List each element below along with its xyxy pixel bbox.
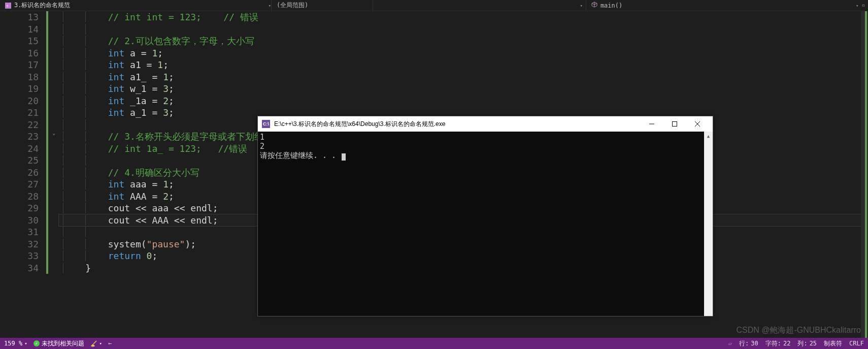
- change-marker: [46, 191, 48, 203]
- change-marker: [46, 119, 48, 131]
- cpp-file-icon: +: [5, 3, 11, 9]
- line-number-gutter: 1314151617181920212223242526272829303132…: [0, 11, 46, 338]
- zoom-level[interactable]: 159 % ▾: [4, 340, 27, 347]
- brush-tool[interactable]: ▾: [90, 340, 102, 347]
- fold-spacer: [49, 95, 59, 107]
- line-number: 16: [0, 47, 39, 59]
- line-number: 23: [0, 131, 39, 143]
- change-marker: [46, 262, 48, 274]
- change-marker: [46, 154, 48, 167]
- console-scrollbar[interactable]: ▲: [704, 132, 713, 316]
- console-line: 1: [260, 133, 711, 142]
- file-tab[interactable]: + 3.标识名的命名规范: [0, 0, 75, 11]
- line-number: 27: [0, 178, 39, 191]
- console-window: C:\ E:\c++\3.标识名的命名规范\x64\Debug\3.标识名的命名…: [257, 116, 713, 316]
- change-marker: [46, 35, 48, 47]
- function-label: main(): [600, 2, 622, 9]
- brush-icon: [90, 340, 97, 347]
- code-line[interactable]: int a1_ = 1;: [59, 71, 868, 83]
- close-button[interactable]: [686, 116, 709, 132]
- fold-spacer: [49, 202, 59, 214]
- minimize-icon: [649, 121, 654, 126]
- maximize-icon: [672, 121, 677, 126]
- fold-spacer: [49, 238, 59, 250]
- check-circle-icon: ✓: [34, 340, 40, 346]
- fold-chevron-icon[interactable]: ˅: [49, 131, 59, 143]
- line-number: 33: [0, 250, 39, 262]
- fold-spacer: [49, 167, 59, 179]
- split-editor-icon[interactable]: ▫: [861, 2, 865, 9]
- fold-spacer: [49, 119, 59, 131]
- line-number: 22: [0, 119, 39, 131]
- fold-spacer: [49, 71, 59, 83]
- change-marker: [46, 214, 48, 227]
- line-number: 26: [0, 167, 39, 179]
- change-marker: [46, 238, 48, 250]
- console-line: 请按任意键继续. . .: [260, 151, 711, 160]
- scope-dropdown[interactable]: (全局范围): [271, 0, 373, 11]
- code-line[interactable]: [59, 23, 868, 36]
- scope-dropdown-arrow[interactable]: ▾: [580, 3, 585, 8]
- change-marker: [46, 11, 48, 23]
- line-number: 20: [0, 95, 39, 107]
- overview-ruler[interactable]: [861, 11, 868, 338]
- fold-spacer: [49, 250, 59, 262]
- line-number: 14: [0, 23, 39, 36]
- maximize-button[interactable]: [663, 116, 686, 132]
- fold-spacer: [49, 143, 59, 155]
- fold-spacer: [49, 262, 59, 274]
- code-line[interactable]: int a = 1;: [59, 47, 868, 59]
- line-number: 29: [0, 202, 39, 214]
- change-marker: [46, 250, 48, 262]
- code-line[interactable]: // int int = 123; // 错误: [59, 11, 868, 23]
- change-marker: [46, 107, 48, 119]
- top-toolbar: + 3.标识名的命名规范 ▾ (全局范围) ▾ main() ▾ ▫: [0, 0, 868, 11]
- console-title: E:\c++\3.标识名的命名规范\x64\Debug\3.标识名的命名规范.e…: [274, 120, 640, 129]
- line-number: 19: [0, 83, 39, 95]
- cube-icon: [591, 2, 597, 9]
- change-marker: [46, 83, 48, 95]
- fold-column: ˅: [49, 11, 59, 338]
- line-number: 17: [0, 59, 39, 71]
- line-number: 31: [0, 226, 39, 238]
- svg-text:+: +: [6, 4, 9, 8]
- fold-spacer: [49, 47, 59, 59]
- line-number: 15: [0, 35, 39, 47]
- change-marker: [46, 202, 48, 214]
- change-marker: [46, 59, 48, 71]
- console-line: 2: [260, 142, 711, 151]
- function-dropdown-arrow[interactable]: ▾: [856, 3, 858, 8]
- indentation-mode[interactable]: 制表符: [824, 339, 842, 348]
- svg-rect-3: [672, 122, 677, 126]
- scroll-up-arrow[interactable]: ▲: [704, 132, 713, 140]
- fold-spacer: [49, 214, 59, 227]
- code-line[interactable]: int a1 = 1;: [59, 59, 868, 71]
- console-cursor: [342, 153, 346, 161]
- nav-back[interactable]: ←: [108, 340, 112, 347]
- code-line[interactable]: int w_1 = 3;: [59, 83, 868, 95]
- code-line[interactable]: // 2.可以包含数字，字母，大小写: [59, 35, 868, 47]
- change-marker: [46, 23, 48, 36]
- fold-spacer: [49, 191, 59, 203]
- change-marker: [46, 167, 48, 179]
- issues-status[interactable]: ✓ 未找到相关问题: [34, 339, 84, 348]
- line-number: 32: [0, 238, 39, 250]
- eol-mode[interactable]: CRLF: [849, 340, 864, 347]
- line-number: 25: [0, 154, 39, 167]
- minimize-button[interactable]: [640, 116, 663, 132]
- console-output[interactable]: 12请按任意键继续. . . ▲: [258, 132, 713, 316]
- fold-spacer: [49, 11, 59, 23]
- line-number: 30: [0, 214, 39, 227]
- fold-spacer: [49, 107, 59, 119]
- fold-spacer: [49, 154, 59, 167]
- close-icon: [695, 121, 700, 126]
- function-dropdown[interactable]: main(): [586, 0, 627, 11]
- change-marker: [46, 178, 48, 191]
- change-marker: [46, 47, 48, 59]
- code-line[interactable]: int _1a = 2;: [59, 95, 868, 107]
- line-number: 18: [0, 71, 39, 83]
- tab-title: 3.标识名的命名规范: [14, 1, 70, 10]
- status-bar: 159 % ▾ ✓ 未找到相关问题 ▾ ← ▱ 行: 30 字符: 22 列: …: [0, 338, 868, 349]
- console-titlebar[interactable]: C:\ E:\c++\3.标识名的命名规范\x64\Debug\3.标识名的命名…: [258, 116, 713, 132]
- line-number: 28: [0, 191, 39, 203]
